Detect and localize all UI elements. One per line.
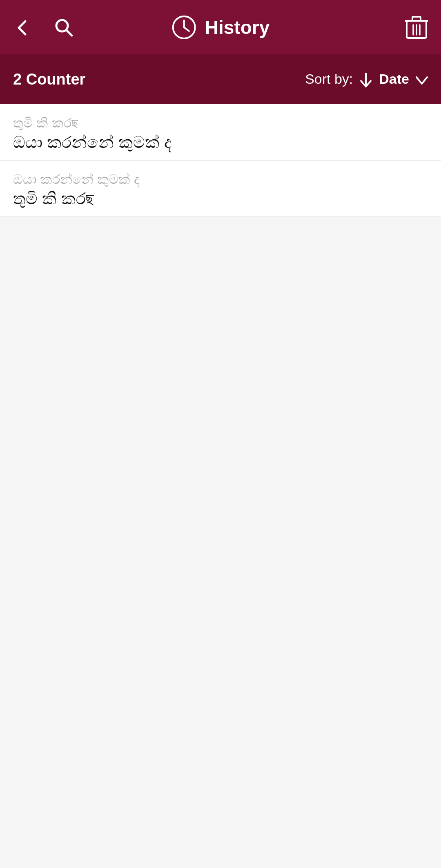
history-list: තුමි කි කරছ ඔයා කරන්නේ කුමක් ද ඔයා කරන්න… bbox=[0, 104, 441, 217]
sort-by-label: Sort by: bbox=[305, 71, 353, 87]
svg-rect-7 bbox=[412, 17, 421, 21]
svg-line-4 bbox=[184, 27, 189, 31]
empty-content-area bbox=[0, 217, 441, 868]
counter-bar: 2 Counter Sort by: Date bbox=[0, 54, 441, 104]
sort-controls[interactable]: Sort by: Date bbox=[305, 71, 428, 87]
history-item[interactable]: ඔයා කරන්නේ කුමක් ද තුමි කි කරছ bbox=[0, 161, 441, 217]
back-button[interactable] bbox=[13, 17, 33, 38]
header-right-controls bbox=[405, 15, 428, 40]
trash-icon[interactable] bbox=[405, 15, 428, 40]
page-title: History bbox=[205, 16, 270, 38]
app-header: History bbox=[0, 0, 441, 54]
header-left-controls bbox=[13, 17, 74, 38]
clock-icon bbox=[172, 15, 197, 40]
search-icon[interactable] bbox=[53, 17, 74, 38]
counter-label: 2 Counter bbox=[13, 71, 85, 88]
sort-direction-icon bbox=[359, 71, 372, 87]
header-center: History bbox=[172, 15, 270, 40]
history-translation-text: ඔයා කරන්නේ කුමක් ද bbox=[13, 133, 428, 152]
history-item[interactable]: තුමි කි කරছ ඔයා කරන්නේ කුමක් ද bbox=[0, 104, 441, 161]
history-source-text: ඔයා කරන්නේ කුමක් ද bbox=[13, 172, 428, 187]
history-source-text: තුමි කි කරছ bbox=[13, 116, 428, 131]
svg-line-1 bbox=[66, 30, 72, 36]
sort-field-label: Date bbox=[379, 71, 409, 87]
sort-dropdown-icon[interactable] bbox=[416, 71, 428, 87]
history-translation-text: තුමි කි කරছ bbox=[13, 190, 428, 208]
